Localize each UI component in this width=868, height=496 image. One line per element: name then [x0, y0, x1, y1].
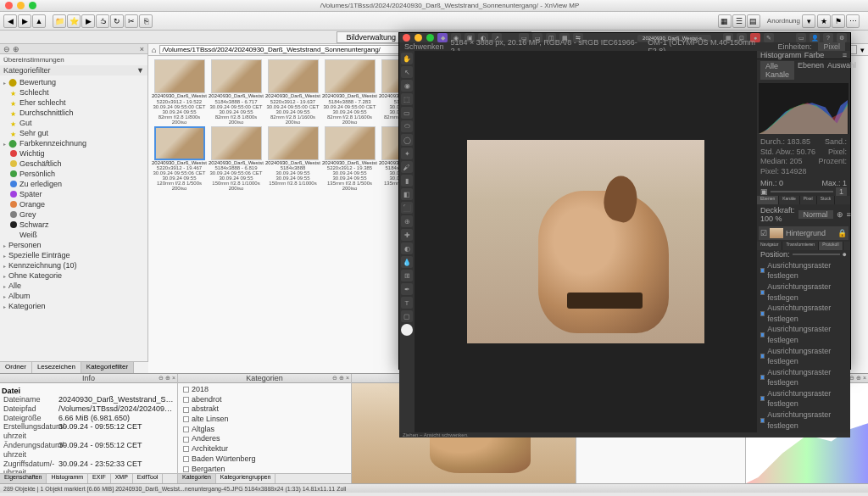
pen-tool-icon[interactable]: ✒	[401, 283, 413, 295]
category-item[interactable]: alte Linsen	[183, 415, 346, 425]
color-item[interactable]: Zu erledigen	[0, 179, 147, 189]
dark-help-icon[interactable]: ?	[823, 33, 833, 42]
dark-prefs-icon[interactable]: ⚙	[837, 33, 847, 42]
units-dropdown[interactable]: Pixel	[818, 42, 845, 51]
move-tool-icon[interactable]: ↖	[401, 66, 413, 78]
view-thumb-button[interactable]: ▦	[718, 14, 732, 28]
info-tab-exif[interactable]: EXIF	[88, 474, 111, 483]
color-item[interactable]: Weiß	[0, 230, 147, 240]
selection-tool-icon[interactable]: ▭	[401, 107, 413, 119]
dark-account-icon[interactable]: 👤	[810, 33, 820, 42]
zoom-window-button[interactable]	[29, 2, 36, 9]
sidebar-tab-catfilter[interactable]: Kategoriefilter	[81, 362, 134, 373]
fill-tool-icon[interactable]: ▮	[401, 175, 413, 187]
persona-photo-icon[interactable]: ◆	[437, 33, 448, 42]
channel-dropdown[interactable]: Alle Kanäle	[760, 61, 794, 80]
color-item[interactable]: Persönlich	[0, 169, 147, 179]
thumbnail[interactable]: 20240930_Darß_Weststran...5220x3912 - 19…	[152, 126, 207, 192]
rating-item[interactable]: Durchschnittlich	[0, 108, 147, 118]
minimize-window-button[interactable]	[17, 2, 25, 9]
info-tab-xmp[interactable]: XMP	[111, 474, 133, 483]
category-item[interactable]: abendrot	[183, 395, 346, 405]
thumbnail[interactable]: 20240930_Darß_Weststran...5184x3888 - 6.…	[209, 126, 264, 192]
category-item[interactable]: abstrakt	[183, 404, 346, 415]
color-item[interactable]: Schwarz	[0, 220, 147, 230]
text-tool-icon[interactable]: T	[401, 297, 413, 309]
history-item[interactable]: Ausrichtungsraster festlegen	[760, 324, 847, 345]
tree-item[interactable]: ▸Spezielle Einträge	[0, 250, 147, 260]
crop-tool-icon[interactable]: ⬚	[401, 93, 413, 105]
thumbnail[interactable]: 20240930_Darß_Weststran...5184x388830.09…	[265, 126, 320, 192]
nav-fwd-button[interactable]: ▶	[18, 14, 31, 28]
play-button[interactable]: ▶	[81, 14, 95, 28]
rate-button[interactable]: ★	[817, 14, 831, 28]
nav-back-button[interactable]: ◀	[3, 14, 17, 28]
blur-tool-icon[interactable]: 💧	[401, 256, 413, 268]
erase-tool-icon[interactable]: ⬛	[401, 202, 413, 214]
visibility-icon[interactable]: ☑	[760, 229, 767, 237]
sidebar-tab-bookmarks[interactable]: Lesezeichen	[32, 362, 81, 373]
gradient-tool-icon[interactable]: ◧	[401, 188, 413, 200]
thumbnail[interactable]: 20240930_Darß_Weststran...5184x3888 - 7.…	[322, 59, 377, 125]
tree-rating[interactable]: ▸⬤Bewertung	[0, 77, 147, 87]
options-button[interactable]: ⋯	[846, 14, 860, 28]
open-button[interactable]: 📁	[53, 14, 66, 28]
color-picker-icon[interactable]: ◉	[401, 80, 413, 92]
dr-tab-channels[interactable]: Kanäle	[779, 196, 800, 204]
rotate-button[interactable]: ↻	[110, 14, 124, 28]
shape-tool-icon[interactable]: ▢	[401, 310, 413, 322]
color-item[interactable]: Geschäftlich	[0, 159, 147, 169]
brush-select-icon[interactable]: ◯	[401, 134, 413, 146]
category-item[interactable]: Altglas	[183, 425, 346, 435]
history-item[interactable]: Ausrichtungsraster festlegen	[760, 346, 847, 367]
path-home-icon[interactable]: ⌂	[152, 46, 156, 54]
tree-item[interactable]: ▸Kennzeichnung (10)	[0, 260, 147, 270]
copy-button[interactable]: ⎘	[139, 14, 153, 28]
hand-tool-icon[interactable]: ✋	[401, 53, 413, 64]
tree-item[interactable]: ▸Album	[0, 291, 147, 301]
history-item[interactable]: Ausrichtungsraster festlegen	[760, 388, 847, 410]
history-item[interactable]: Ausrichtungsraster festlegen	[760, 303, 847, 324]
flood-select-icon[interactable]: ✦	[401, 148, 413, 159]
sort-dropdown[interactable]: ▾	[802, 14, 815, 28]
nav-tab-transform[interactable]: Transformieren	[782, 242, 819, 250]
cat-tab-groups[interactable]: Kategoriengruppen	[216, 474, 276, 483]
history-item[interactable]: Ausrichtungsraster festlegen	[760, 260, 847, 281]
info-tab-props[interactable]: Eigenschaften	[0, 474, 47, 483]
heal-tool-icon[interactable]: ✚	[401, 229, 413, 241]
sidebar-tab-folders[interactable]: Ordner	[0, 362, 32, 373]
tree-color[interactable]: ▸⬤Farbkennzeichnung	[0, 138, 147, 148]
dark-stock-icon[interactable]: ▭	[796, 33, 806, 42]
color-item[interactable]: Grey	[0, 209, 147, 220]
category-item[interactable]: 2018	[183, 385, 346, 395]
rating-item[interactable]: Schlecht	[0, 87, 147, 98]
lasso-tool-icon[interactable]: ⬭	[401, 120, 413, 132]
history-item[interactable]: Ausrichtungsraster festlegen	[760, 410, 847, 431]
close-window-button[interactable]	[5, 2, 13, 9]
thumbnail[interactable]: 20240930_Darß_Weststran...5184x3888 - 6.…	[209, 59, 264, 125]
view-detail-button[interactable]: ▤	[747, 14, 760, 28]
dark-min-button[interactable]	[415, 34, 422, 42]
fav-button[interactable]: ⭐	[67, 14, 81, 28]
category-item[interactable]: Architektur	[183, 444, 346, 454]
cut-button[interactable]: ✂	[125, 14, 138, 28]
rating-item[interactable]: Sehr gut	[0, 128, 147, 138]
layer-menu-icon[interactable]: ≡	[847, 210, 851, 219]
thumbnail[interactable]: 20240930_Darß_Weststran...5220x3912 - 19…	[265, 59, 320, 125]
tree-item[interactable]: ▸Kategorien	[0, 301, 147, 311]
panel-tab-hist[interactable]: Histogramm	[760, 51, 802, 59]
layer-row[interactable]: ☑ Hintergrund 🔒	[759, 226, 849, 240]
dark-canvas[interactable]	[415, 51, 757, 432]
view-list-button[interactable]: ☰	[732, 14, 746, 28]
dr-tab-layers[interactable]: Ebenen	[757, 196, 779, 204]
flag-button[interactable]: ⚑	[832, 14, 845, 28]
dr-tab-pixel[interactable]: Pixel	[800, 196, 817, 204]
mesh-tool-icon[interactable]: ⊞	[401, 270, 413, 281]
dark-close-button[interactable]	[403, 34, 410, 42]
thumbnail[interactable]: 20240930_Darß_Weststran...5220x3912 - 19…	[322, 126, 377, 192]
tree-item[interactable]: ▸Ohne Kategorie	[0, 270, 147, 281]
nav-up-button[interactable]: ▲	[32, 14, 46, 28]
path-dropdown-icon[interactable]: ▾	[860, 46, 865, 54]
layer-fx-icon[interactable]: ⊕	[837, 210, 843, 219]
category-item[interactable]: Baden Würtenberg	[183, 454, 346, 465]
